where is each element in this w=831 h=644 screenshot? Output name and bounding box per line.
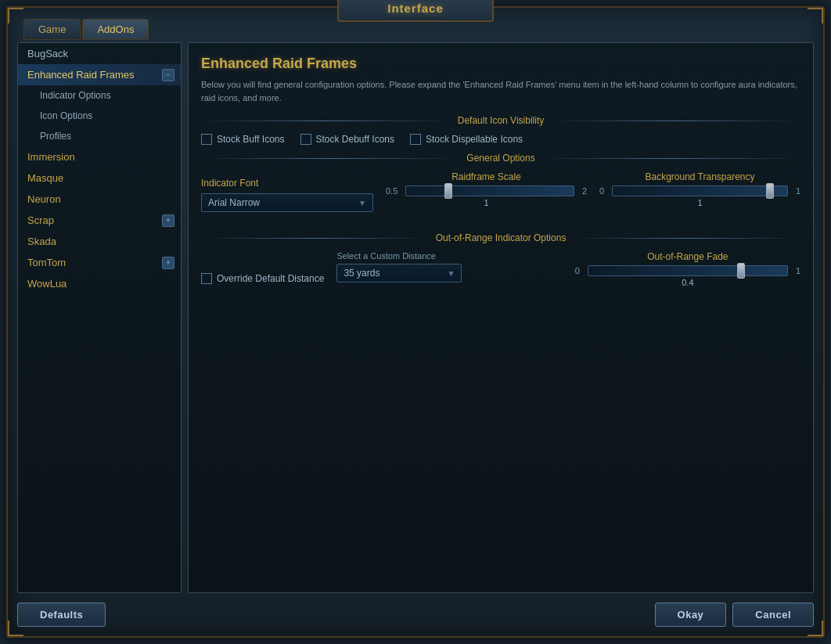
collapse-btn-erf[interactable]: − [162,69,174,81]
sidebar-item-masque[interactable]: Masque [18,167,181,189]
divider-line-general-right [541,158,800,159]
checkbox-box-override[interactable] [201,273,212,284]
corner-decoration-tr [808,8,823,23]
section-label-oor: Out-of-Range Indicator Options [436,232,567,243]
divider-line-oor-left [201,238,430,239]
raidframe-scale-row: 0.5 2 [386,185,587,196]
oor-fade-max: 1 [796,266,800,275]
sidebar-item-scrap[interactable]: Scrap + [18,210,181,231]
oor-fade-thumb[interactable] [737,263,745,279]
sidebar-item-neuron[interactable]: Neuron [18,189,181,210]
oor-fade-value: 0.4 [575,278,800,287]
bg-transparency-label: Background Transparency [599,171,800,182]
sidebar-item-indicator-options[interactable]: Indicator Options [18,85,181,106]
oor-fade-row: 0 1 [575,265,800,276]
divider-line-left [201,121,451,121]
raidframe-scale-min: 0.5 [386,186,398,196]
okay-button[interactable]: Okay [655,603,727,627]
bg-transparency-row: 0 1 [599,185,800,196]
bg-transparency-value: 1 [599,198,800,207]
oor-fade-min: 0 [575,266,580,275]
indicator-font-dropdown[interactable]: Arial Narrow ▼ [201,193,373,212]
oor-fade-label: Out-of-Range Fade [575,251,800,262]
indicator-font-arrow: ▼ [358,199,366,207]
bg-transparency-wrapper: 0 1 1 [599,185,800,207]
custom-distance-arrow: ▼ [447,269,455,278]
icon-visibility-options: Stock Buff Icons Stock Debuff Icons Stoc… [201,134,800,145]
title-bar: Interface [337,0,494,22]
raidframe-scale-track[interactable] [405,185,574,196]
divider-line-right [550,121,800,121]
main-window: Interface Game AddOns BugSack Enhanced R… [6,6,825,638]
custom-distance-label: Select a Custom Distance [336,251,562,261]
raidframe-scale-thumb[interactable] [444,183,452,199]
divider-line-oor-right [572,238,800,239]
raidframe-scale-label: Raidframe Scale [386,171,587,182]
override-distance-group: Override Default Distance [201,251,324,284]
right-panel: Enhanced Raid Frames Below you will find… [188,42,814,593]
checkbox-label-debuff: Stock Debuff Icons [316,134,395,145]
indicator-font-label: Indicator Font [201,178,373,189]
custom-distance-value: 35 yards [344,268,380,279]
bg-transparency-thumb[interactable] [766,183,774,199]
tab-addons[interactable]: AddOns [82,19,149,40]
window-title: Interface [387,2,444,15]
section-label-default-icon: Default Icon Visibility [458,115,545,126]
checkbox-box-dispellable[interactable] [410,134,421,145]
oor-fade-section: Out-of-Range Fade 0 1 0.4 [575,251,800,303]
tab-row: Game AddOns [23,19,149,40]
oor-fade-wrapper: 0 1 0.4 [575,265,800,287]
sidebar: BugSack Enhanced Raid Frames − Indicator… [17,42,182,593]
oor-fade-track[interactable] [588,265,788,276]
sidebar-item-bugsack[interactable]: BugSack [18,43,181,64]
sidebar-item-wowlua[interactable]: WowLua [18,273,181,294]
collapse-btn-tomtom[interactable]: + [162,257,174,269]
section-divider-default-icon: Default Icon Visibility [201,115,800,126]
checkbox-label-override: Override Default Distance [217,273,324,284]
sidebar-item-immersion[interactable]: Immersion [18,146,181,167]
raidframe-scale-value: 1 [386,198,587,207]
indicator-font-value: Arial Narrow [208,197,260,208]
collapse-btn-scrap[interactable]: + [162,214,174,227]
raidframe-scale-wrapper: 0.5 2 1 [386,185,587,207]
main-content: BugSack Enhanced Raid Frames − Indicator… [17,42,814,593]
sidebar-item-icon-options[interactable]: Icon Options [18,106,181,126]
checkbox-stock-dispellable[interactable]: Stock Dispellable Icons [410,134,523,145]
section-divider-oor: Out-of-Range Indicator Options [201,232,800,243]
sidebar-item-tomtom[interactable]: TomTom + [18,252,181,273]
sidebar-item-enhanced-raid-frames[interactable]: Enhanced Raid Frames − [18,64,181,85]
bottom-bar: Defaults Okay Cancel [17,603,814,627]
tab-game[interactable]: Game [23,19,81,40]
panel-description: Below you will find general configuratio… [201,78,800,104]
cancel-button[interactable]: Cancel [732,603,814,627]
bg-transparency-min: 0 [599,186,604,196]
sidebar-item-profiles[interactable]: Profiles [18,126,181,146]
defaults-button[interactable]: Defaults [17,603,106,627]
panel-title: Enhanced Raid Frames [201,56,800,72]
custom-distance-dropdown[interactable]: 35 yards ▼ [336,264,462,282]
bg-transparency-max: 1 [796,186,800,196]
raidframe-scale-max: 2 [582,186,587,196]
checkbox-box-buff[interactable] [201,134,212,145]
checkbox-label-buff: Stock Buff Icons [217,134,285,145]
checkbox-stock-buff[interactable]: Stock Buff Icons [201,134,285,145]
custom-distance-group: Select a Custom Distance 35 yards ▼ [336,251,562,282]
checkbox-stock-debuff[interactable]: Stock Debuff Icons [300,134,395,145]
sidebar-item-skada[interactable]: Skada [18,231,181,252]
checkbox-box-debuff[interactable] [300,134,311,145]
indicator-font-section: Indicator Font Arial Narrow ▼ [201,178,373,212]
bg-transparency-track[interactable] [612,185,788,196]
section-divider-general: General Options [201,153,800,164]
divider-line-general-left [201,158,460,159]
checkbox-override-distance[interactable]: Override Default Distance [201,273,324,284]
btn-group-right: Okay Cancel [655,603,814,627]
oor-options-row: Override Default Distance Select a Custo… [201,251,800,303]
raidframe-scale-section: Raidframe Scale 0.5 2 1 [386,171,587,223]
checkbox-label-dispellable: Stock Dispellable Icons [426,134,523,145]
corner-decoration-tl [8,8,23,23]
background-transparency-section: Background Transparency 0 1 1 [599,171,800,223]
section-label-general: General Options [466,153,534,164]
